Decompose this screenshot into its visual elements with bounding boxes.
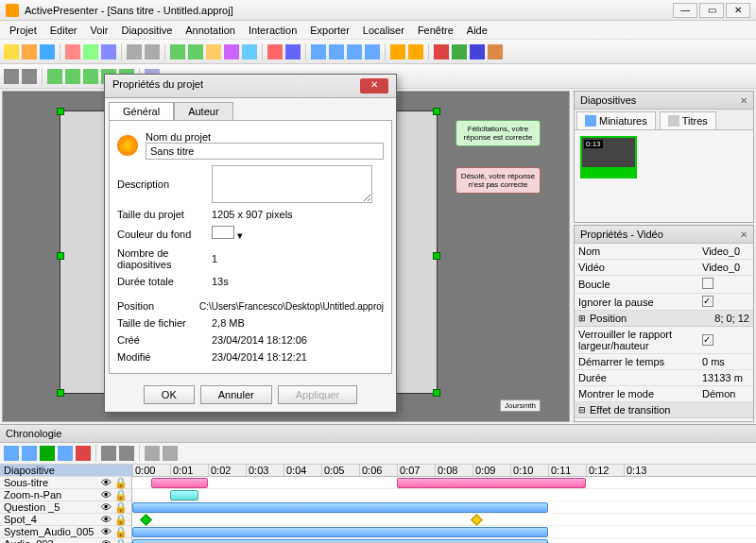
bgcolor-picker[interactable] [212,226,234,239]
track-soustitre[interactable]: Sous-titre👁 🔒 [0,477,131,489]
undo-icon[interactable] [127,44,142,59]
clip[interactable] [170,490,198,501]
menu-aide[interactable]: Aide [461,23,493,38]
dialog-title: Propriétés du projet [112,78,203,93]
keyframe[interactable] [471,514,483,526]
clip[interactable] [132,502,548,513]
prev-icon[interactable] [22,446,37,461]
clip[interactable] [132,527,548,537]
record-icon[interactable] [76,446,91,461]
align-center-icon[interactable] [65,69,80,84]
zoom-icon[interactable] [242,44,257,59]
tab-miniatures[interactable]: Miniatures [576,111,656,129]
slides-panel-close-icon[interactable]: ✕ [740,95,747,106]
ok-button[interactable]: OK [144,385,195,404]
save-icon[interactable] [40,44,55,59]
feedback-incorrect[interactable]: Désolé, votre réponse n'est pas correcte [455,167,541,194]
slide-add-icon[interactable] [4,69,19,84]
button-icon[interactable] [390,44,405,59]
align-left-icon[interactable] [47,69,62,84]
expand-icon[interactable]: ⊞ [578,314,586,323]
lock-ratio-checkbox[interactable] [702,334,713,346]
description-textarea[interactable] [212,165,372,203]
new-icon[interactable] [4,44,19,59]
export-pdf-icon[interactable] [434,44,449,59]
toolbar-main [0,40,756,64]
clip[interactable] [397,478,586,488]
export-xls-icon[interactable] [452,44,467,59]
thumbnails-icon [585,115,596,127]
slide-thumbnail[interactable]: 0:13 [580,136,637,178]
boucle-checkbox[interactable] [702,278,713,289]
track-question[interactable]: Question _5👁 🔒 [0,501,131,514]
redo-icon[interactable] [145,44,160,59]
menu-projet[interactable]: Projet [4,23,43,38]
timeline-panel: Chronologie Diapositive Sous-titre👁 🔒 Zo… [0,424,756,543]
highlight-icon[interactable] [206,44,221,59]
trim-icon[interactable] [163,446,178,461]
menu-interaction[interactable]: Interaction [243,23,302,38]
open-icon[interactable] [22,44,37,59]
project-name-label: Nom du projet [146,131,384,143]
menu-fenetre[interactable]: Fenêtre [412,23,459,38]
cut-icon[interactable] [65,44,80,59]
audio-icon[interactable] [365,44,380,59]
split-icon[interactable] [145,446,160,461]
tab-general[interactable]: Général [109,102,174,120]
feedback-correct[interactable]: Félicitations, votre réponse est correct… [455,120,541,146]
props-panel-close-icon[interactable]: ✕ [740,229,747,240]
rewind-icon[interactable] [4,446,19,461]
copy-icon[interactable] [83,44,98,59]
menu-localiser[interactable]: Localiser [357,23,410,38]
paste-icon[interactable] [101,44,116,59]
text-icon[interactable] [311,44,326,59]
zoomout-icon[interactable] [119,446,134,461]
align-right-icon[interactable] [83,69,98,84]
maximize-button[interactable]: ▭ [699,3,724,18]
dialog-close-icon[interactable]: ✕ [360,78,388,93]
track-diapositive[interactable]: Diapositive [0,465,131,477]
export-doc-icon[interactable] [470,44,485,59]
path-icon[interactable] [285,44,301,59]
track-spot[interactable]: Spot_4👁 🔒 [0,514,131,526]
clip[interactable] [132,539,548,543]
shape2-icon[interactable] [188,44,203,59]
cancel-button[interactable]: Annuler [200,385,272,404]
cursor-icon[interactable] [267,44,283,59]
checkbox-icon[interactable] [408,44,423,59]
watermark-label: Joursmth [500,399,541,412]
track-audio[interactable]: Audio_003👁 🔒 [0,538,131,543]
track-zoom[interactable]: Zoom-n-Pan👁 🔒 [0,489,131,501]
menu-exporter[interactable]: Exporter [304,23,355,38]
slide-del-icon[interactable] [22,69,37,84]
menu-editer[interactable]: Editer [44,23,83,38]
next-icon[interactable] [58,446,73,461]
menu-diapositive[interactable]: Diapositive [115,23,178,38]
track-sysaudio[interactable]: System_Audio_005👁 🔒 [0,526,131,538]
slides-panel-title: Diapositives [580,94,636,106]
window-titlebar: ActivePresenter - [Sans titre - Untitled… [0,0,756,21]
apply-button[interactable]: Appliquer [278,385,357,404]
props-panel-title: Propriétés - Vidéo [580,229,663,240]
clip[interactable] [151,478,208,488]
tab-auteur[interactable]: Auteur [174,102,232,120]
export-ppt-icon[interactable] [488,44,503,59]
menu-annotation[interactable]: Annotation [180,23,241,38]
project-properties-dialog: Propriétés du projet ✕ Général Auteur No… [104,74,397,413]
menu-voir[interactable]: Voir [85,23,114,38]
ignorer-checkbox[interactable] [702,296,713,307]
close-button[interactable]: ✕ [726,3,750,18]
spotlight-icon[interactable] [224,44,239,59]
video-icon[interactable] [347,44,362,59]
minimize-button[interactable]: — [673,3,697,18]
play-icon[interactable] [40,446,55,461]
project-name-input[interactable] [146,143,384,160]
timeline-ruler[interactable]: 0:000:010:020:030:040:050:060:070:080:09… [132,465,756,477]
window-title: ActivePresenter - [Sans titre - Untitled… [25,5,673,16]
shape-icon[interactable] [170,44,185,59]
tab-titres[interactable]: Titres [660,111,716,129]
image-icon[interactable] [329,44,344,59]
expand-icon[interactable]: ⊟ [578,405,586,415]
keyframe[interactable] [140,514,152,526]
zoomin-icon[interactable] [101,446,116,461]
